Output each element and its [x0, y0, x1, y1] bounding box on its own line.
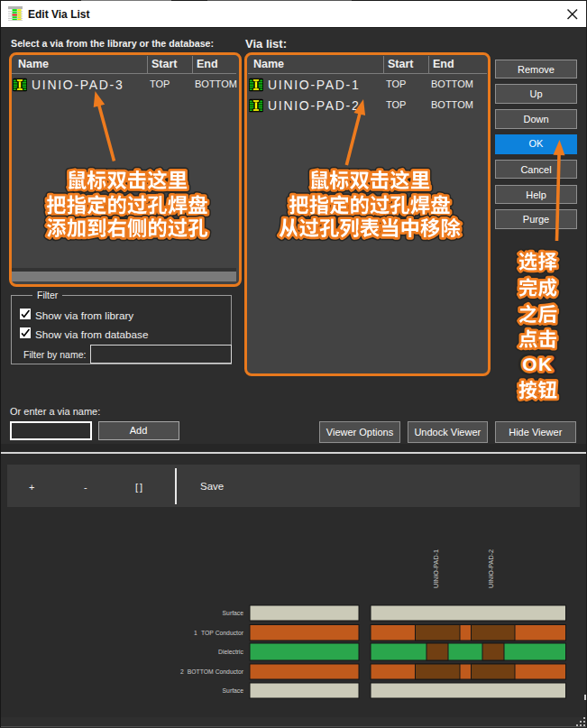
svg-text:OK: OK: [522, 354, 554, 374]
